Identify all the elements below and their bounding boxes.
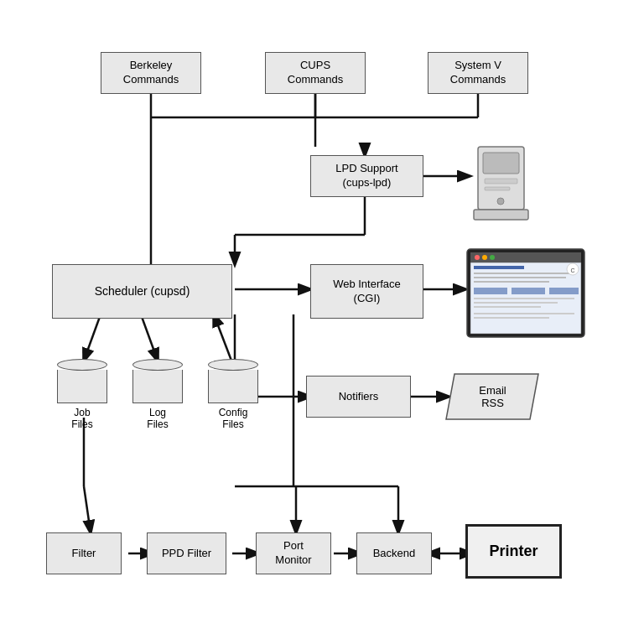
email-rss-container: EmailRSS: [444, 372, 532, 418]
filter-label: Filter: [72, 547, 96, 561]
config-files-label: ConfigFiles: [219, 407, 248, 430]
svg-rect-48: [512, 288, 545, 294]
backend-label: Backend: [373, 547, 416, 561]
svg-point-41: [482, 255, 487, 260]
notifiers-label: Notifiers: [339, 390, 379, 404]
log-files-cylinder: LogFiles: [132, 359, 183, 430]
cups-commands-box: CUPSCommands: [265, 52, 366, 94]
svg-line-20: [84, 486, 91, 532]
job-files-cylinder: JobFiles: [57, 359, 107, 430]
svg-rect-50: [474, 298, 574, 299]
sysv-label: System VCommands: [450, 59, 506, 87]
sysv-commands-box: System VCommands: [428, 52, 528, 94]
port-monitor-label: PortMonitor: [275, 539, 311, 568]
svg-rect-54: [474, 317, 549, 319]
ppd-filter-label: PPD Filter: [162, 547, 211, 561]
lpd-label: LPD Support(cups-lpd): [335, 162, 397, 190]
svg-point-33: [497, 198, 504, 205]
web-interface-label: Web Interface(CGI): [333, 278, 401, 306]
svg-rect-53: [474, 313, 574, 314]
svg-point-42: [490, 255, 495, 260]
lpd-support-box: LPD Support(cups-lpd): [310, 155, 423, 197]
svg-rect-44: [474, 273, 574, 274]
svg-rect-36: [474, 210, 528, 220]
svg-rect-52: [474, 306, 541, 308]
backend-box: Backend: [356, 532, 432, 574]
diagram: Berkeley Commands CUPSCommands System VC…: [0, 0, 644, 644]
email-rss-label: EmailRSS: [444, 372, 541, 421]
config-files-cylinder: ConfigFiles: [208, 359, 258, 430]
cups-commands-label: CUPSCommands: [288, 59, 343, 87]
web-interface-box: Web Interface(CGI): [310, 264, 423, 319]
printer-box: Printer: [465, 524, 562, 579]
svg-rect-34: [485, 179, 517, 184]
svg-rect-32: [483, 153, 519, 174]
svg-line-18: [214, 314, 231, 361]
scheduler-box: Scheduler (cupsd): [52, 264, 232, 319]
svg-rect-49: [549, 288, 579, 294]
berkeley-label: Berkeley Commands: [101, 59, 200, 87]
server-illustration: [470, 143, 545, 226]
svg-line-16: [84, 314, 101, 361]
notifiers-box: Notifiers: [306, 376, 411, 418]
browser-screenshot: C: [465, 247, 587, 340]
svg-point-40: [475, 255, 480, 260]
svg-rect-46: [474, 281, 549, 283]
filter-box: Filter: [46, 532, 122, 574]
svg-line-17: [141, 314, 158, 361]
berkeley-commands-box: Berkeley Commands: [101, 52, 201, 94]
svg-rect-43: [474, 266, 524, 269]
job-files-label: JobFiles: [71, 407, 92, 430]
ppd-filter-box: PPD Filter: [147, 532, 226, 574]
printer-label: Printer: [489, 543, 538, 560]
log-files-label: LogFiles: [147, 407, 168, 430]
svg-rect-45: [474, 277, 566, 278]
svg-rect-35: [485, 187, 510, 190]
scheduler-label: Scheduler (cupsd): [95, 283, 190, 299]
svg-text:C: C: [570, 267, 574, 273]
port-monitor-box: PortMonitor: [256, 532, 331, 574]
svg-rect-47: [474, 288, 507, 294]
svg-rect-51: [474, 302, 558, 304]
